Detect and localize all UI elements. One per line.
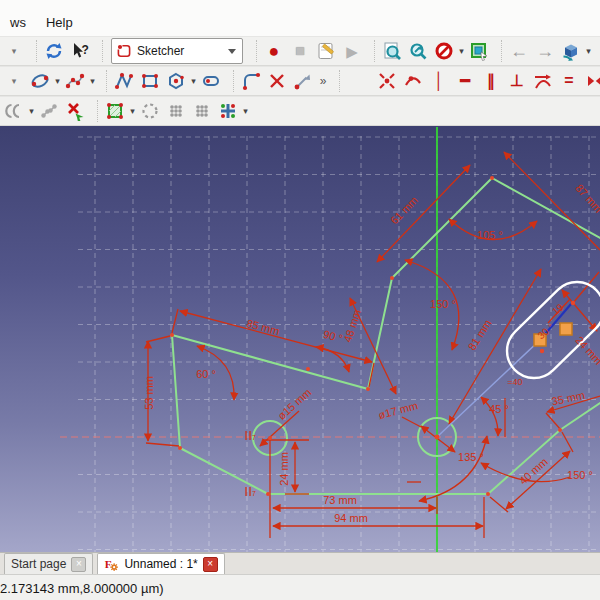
dimension-label[interactable]: 105 °: [477, 229, 503, 241]
slot-icon[interactable]: [198, 68, 224, 94]
dimension-label[interactable]: 60 °: [196, 368, 216, 380]
trim-icon: [267, 71, 287, 91]
dropdown-caret-icon[interactable]: ▾: [189, 76, 198, 86]
dimension-label[interactable]: 90 °: [322, 328, 344, 345]
constrain-coincident-icon: [377, 71, 397, 91]
dimension-label[interactable]: 24 mm: [278, 452, 290, 486]
constrain-horizontal-icon[interactable]: ━: [452, 68, 478, 94]
macro-record-icon[interactable]: ●: [261, 38, 287, 64]
rectangle-icon[interactable]: [137, 68, 163, 94]
delete-all-constraints-icon[interactable]: [62, 98, 88, 124]
convert-to-bspline-icon[interactable]: [102, 98, 128, 124]
chevron-down-icon[interactable]: [228, 49, 236, 54]
toolbar-extension-icon[interactable]: ▾: [1, 68, 27, 94]
dimension-label[interactable]: ø15 mm: [275, 386, 313, 422]
workbench-selector-value: Sketcher: [137, 44, 223, 58]
dropdown-caret-icon[interactable]: ▾: [53, 76, 62, 86]
tab-start-page[interactable]: Start page×: [4, 553, 93, 574]
constrain-perpendicular-icon[interactable]: ⊥: [504, 68, 530, 94]
slot-icon: [201, 71, 221, 91]
selection-view-icon[interactable]: [466, 38, 492, 64]
constrain-point-on-object-icon[interactable]: [400, 68, 426, 94]
dimension-label[interactable]: 150 °: [430, 298, 456, 310]
dimension-label[interactable]: 45 °: [489, 403, 509, 415]
polyline-icon: [114, 71, 134, 91]
refresh-icon: [44, 41, 64, 61]
bspline-comb-icon[interactable]: [215, 98, 241, 124]
dimension-label[interactable]: 135 °: [458, 451, 484, 463]
polyline-icon[interactable]: [111, 68, 137, 94]
dimension-label[interactable]: 7: [252, 490, 256, 497]
constrain-tangent-icon[interactable]: [530, 68, 556, 94]
menu-item-help[interactable]: Help: [38, 13, 81, 32]
nav-back-icon: ←: [510, 42, 528, 60]
constrain-symmetric-icon[interactable]: [582, 68, 600, 94]
selection-view-icon: [469, 41, 489, 61]
axonometric-view-icon[interactable]: [558, 38, 584, 64]
fit-all-icon[interactable]: [379, 38, 405, 64]
dropdown-caret-icon[interactable]: ▾: [128, 106, 137, 116]
bspline-degree-icon[interactable]: [137, 98, 163, 124]
close-tab-icon[interactable]: ×: [203, 557, 218, 572]
draw-style-icon[interactable]: [431, 38, 457, 64]
dimension-label[interactable]: 48 mm: [341, 308, 363, 344]
whats-this-icon[interactable]: [67, 38, 93, 64]
toolbar-sketcher-bspline-tools: ▾▾▾: [0, 96, 600, 126]
macro-edit-icon[interactable]: [313, 38, 339, 64]
dimension-label[interactable]: 94 mm: [334, 512, 368, 524]
dimension-label[interactable]: 35 mm: [550, 389, 585, 408]
dimension-label[interactable]: 19: [550, 301, 566, 317]
macro-stop-icon[interactable]: ■: [287, 38, 313, 64]
dimension-label[interactable]: 87 mm: [573, 182, 600, 215]
dimension-label[interactable]: 53 mm: [143, 376, 155, 410]
dropdown-caret-icon[interactable]: ▾: [241, 106, 250, 116]
3d-viewport[interactable]: 85 mm53 mm60 °90 °48 mm61 mm87 mm105 °15…: [0, 126, 600, 552]
rectangle-icon: [140, 71, 160, 91]
conics-icon[interactable]: [27, 68, 53, 94]
dropdown-caret-icon[interactable]: ▾: [584, 46, 593, 56]
nav-forward-icon[interactable]: →: [532, 38, 558, 64]
bspline-knots-icon[interactable]: [189, 98, 215, 124]
dimension-label[interactable]: 7: [252, 434, 256, 441]
nav-back-icon[interactable]: ←: [506, 38, 532, 64]
constrain-vertical-icon[interactable]: │: [426, 68, 452, 94]
macro-edit-icon: [316, 41, 336, 61]
dimension-label[interactable]: ø17 mm: [377, 399, 419, 421]
dropdown-caret-icon[interactable]: ▾: [88, 76, 97, 86]
workbench-selector[interactable]: Sketcher: [111, 38, 243, 64]
delete-all-constraints-icon: [65, 101, 85, 121]
polygon-icon[interactable]: [163, 68, 189, 94]
close-tab-icon[interactable]: ×: [71, 557, 86, 572]
dimension-label[interactable]: 85 mm: [245, 317, 281, 337]
constrain-arc-pair-icon[interactable]: [1, 98, 27, 124]
freecad-document-icon: [104, 557, 119, 572]
dimension-label[interactable]: 150 °: [567, 469, 593, 481]
drag-handle[interactable]: [560, 323, 572, 335]
bspline-icon[interactable]: [62, 68, 88, 94]
trim-icon[interactable]: [264, 68, 290, 94]
macro-play-icon[interactable]: ▶: [339, 38, 365, 64]
menu-item-ws[interactable]: ws: [2, 13, 34, 32]
dropdown-caret-icon[interactable]: ▾: [27, 106, 36, 116]
toolbar-separator: [595, 40, 600, 62]
refresh-icon[interactable]: [41, 38, 67, 64]
fillet-icon[interactable]: [238, 68, 264, 94]
dimension-label[interactable]: 81 mm: [466, 317, 494, 352]
toolbar-separator: [95, 40, 103, 62]
constrain-distance-icon[interactable]: [36, 98, 62, 124]
toolbar-overflow-icon[interactable]: »: [316, 74, 330, 88]
constrain-coincident-icon[interactable]: [374, 68, 400, 94]
conics-icon: [30, 71, 50, 91]
constrain-equal-icon[interactable]: =: [556, 68, 582, 94]
constrain-parallel-icon[interactable]: ∥: [478, 68, 504, 94]
macro-record-icon: ●: [269, 42, 280, 60]
toolbar-extension-icon[interactable]: ▾: [1, 38, 27, 64]
fit-selection-icon[interactable]: [405, 38, 431, 64]
dimension-label[interactable]: 73 mm: [323, 494, 357, 506]
bspline-poles-icon[interactable]: [163, 98, 189, 124]
extend-icon[interactable]: [290, 68, 316, 94]
tab-unnamed-1[interactable]: Unnamed : 1*×: [97, 553, 224, 574]
bspline-degree-icon: [140, 101, 160, 121]
dropdown-caret-icon[interactable]: ▾: [457, 46, 466, 56]
dimension-label[interactable]: =40: [507, 377, 522, 387]
